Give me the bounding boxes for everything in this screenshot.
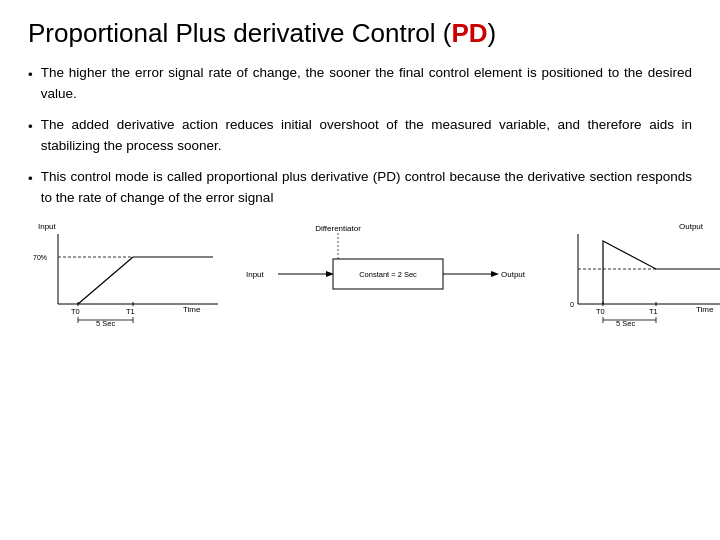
svg-marker-14: [491, 271, 499, 277]
svg-line-3: [78, 257, 133, 304]
constant-label: Constant = 2 Sec: [359, 270, 417, 279]
bullet-2: • The added derivative action reduces in…: [28, 115, 692, 157]
differentiator-label: Differentiator: [315, 224, 361, 233]
t0-label-right: T0: [596, 307, 605, 316]
diagram-center: Differentiator Input Constant = 2 Sec Ou…: [238, 219, 548, 329]
bullet-icon-1: •: [28, 65, 33, 86]
title-close: ): [488, 18, 497, 48]
bullet-text-2: The added derivative action reduces init…: [41, 115, 692, 157]
diagrams-row: Input T0 T1 Time 70%: [28, 219, 692, 329]
center-input-label: Input: [246, 270, 265, 279]
time-label-right: Time: [696, 305, 714, 314]
zero-label: 0: [570, 301, 574, 308]
page-title: Proportional Plus derivative Control (PD…: [28, 18, 692, 49]
bullet-text-3: This control mode is called proportional…: [41, 167, 692, 209]
t0-label-left: T0: [71, 307, 80, 316]
diagram-right-svg: Output T0 T1 Time 0: [548, 219, 720, 329]
70pct-label: 70%: [33, 254, 47, 261]
diagram-right: Output T0 T1 Time 0: [548, 219, 720, 329]
title-pd: PD: [451, 18, 487, 48]
bullet-icon-2: •: [28, 117, 33, 138]
title-main: Proportional Plus derivative Control (: [28, 18, 451, 48]
bullet-icon-3: •: [28, 169, 33, 190]
bullet-1: • The higher the error signal rate of ch…: [28, 63, 692, 105]
page: Proportional Plus derivative Control (PD…: [0, 0, 720, 540]
output-label-right: Output: [679, 222, 704, 231]
bullet-3: • This control mode is called proportion…: [28, 167, 692, 209]
diagram-left-input-label: Input: [38, 222, 57, 231]
diagram-left: Input T0 T1 Time 70%: [28, 219, 238, 329]
diagram-center-svg: Differentiator Input Constant = 2 Sec Ou…: [238, 219, 548, 329]
t1-label-right: T1: [649, 307, 658, 316]
bullet-text-1: The higher the error signal rate of chan…: [41, 63, 692, 105]
time-label-left: Time: [183, 305, 201, 314]
diagram-left-svg: Input T0 T1 Time 70%: [28, 219, 238, 329]
t1-label-left: T1: [126, 307, 135, 316]
center-output-label: Output: [501, 270, 526, 279]
